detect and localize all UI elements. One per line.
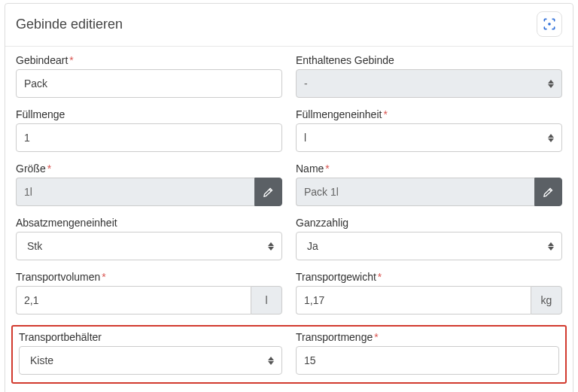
ganzzahlig-select[interactable]: Ja (296, 232, 562, 260)
name-display: Pack 1l (296, 178, 534, 206)
chevron-updown-icon (268, 357, 274, 365)
gebindeart-label: Gebindeart* (16, 54, 282, 66)
transportvolumen-unit: l (251, 286, 282, 315)
chevron-updown-icon (268, 242, 274, 251)
enthaltenes-label: Enthaltenes Gebinde (296, 54, 562, 66)
name-group: Pack 1l (296, 178, 562, 206)
transportmenge-label: Transportmenge* (296, 331, 559, 343)
panel-body: Gebindeart* Pack Enthaltenes Gebinde - (5, 47, 573, 392)
transportgewicht-unit: kg (531, 286, 562, 315)
groesse-edit-button[interactable] (254, 178, 283, 206)
gebindeart-input[interactable]: Pack (16, 69, 282, 98)
transportvolumen-label: Transportvolumen* (16, 271, 282, 283)
fuellmenge-input[interactable]: 1 (16, 123, 282, 152)
svg-point-0 (548, 23, 551, 26)
fuellmengeneinheit-select[interactable]: l (296, 123, 562, 152)
transportvolumen-input[interactable]: 2,1 (16, 286, 251, 315)
transportmenge-input[interactable]: 15 (296, 346, 559, 375)
name-edit-button[interactable] (534, 178, 563, 206)
chevron-updown-icon (548, 134, 554, 142)
ganzzahlig-label: Ganzzahlig (296, 217, 562, 229)
absatz-label: Absatzmengeneinheit (16, 217, 282, 229)
chevron-updown-icon (548, 80, 554, 88)
name-label: Name* (296, 163, 562, 175)
edit-gebinde-panel: Gebinde editieren Gebindeart* Pack (5, 3, 573, 392)
transportbehaelter-label: Transportbehälter (19, 331, 282, 343)
absatz-select[interactable]: Stk (16, 232, 282, 260)
groesse-label: Größe* (16, 163, 282, 175)
edit-icon (543, 187, 554, 198)
scan-icon (542, 17, 557, 32)
transportvolumen-group: 2,1 l (16, 286, 282, 315)
fuellmenge-label: Füllmenge (16, 108, 282, 120)
transportgewicht-label: Transportgewicht* (296, 271, 562, 283)
transportgewicht-input[interactable]: 1,17 (296, 286, 531, 315)
groesse-group: 1l (16, 178, 282, 206)
panel-title: Gebinde editieren (16, 17, 123, 32)
scan-button[interactable] (537, 11, 562, 37)
panel-header: Gebinde editieren (5, 4, 573, 47)
groesse-display: 1l (16, 178, 254, 206)
fuellmengeneinheit-label: Füllmengeneinheit* (296, 108, 562, 120)
chevron-updown-icon (548, 242, 554, 251)
transportbehaelter-select[interactable]: Kiste (19, 346, 282, 375)
enthaltenes-select[interactable]: - (296, 69, 562, 98)
transportgewicht-group: 1,17 kg (296, 286, 562, 315)
transport-row-highlight: Transportbehälter Kiste Transportmenge* … (11, 325, 567, 384)
edit-icon (263, 187, 274, 198)
